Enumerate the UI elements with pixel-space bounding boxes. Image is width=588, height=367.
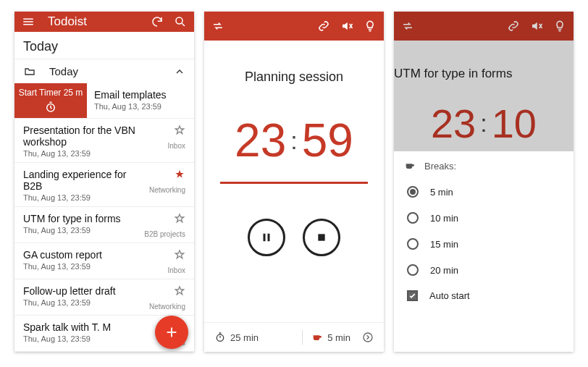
- break-option-label: 5 min: [430, 187, 453, 198]
- task-meta: Thu, Aug 13, 23:59: [23, 298, 143, 307]
- break-option-row[interactable]: 5 min: [404, 179, 563, 205]
- task-right: Networking: [149, 285, 185, 311]
- refresh-icon[interactable]: [151, 15, 164, 28]
- task-title: Presentation for the VBN workshop: [23, 125, 162, 148]
- featured-task-row[interactable]: Start Timer 25 m Email templates Thu, Au…: [14, 83, 194, 119]
- task-right: Inbox: [168, 125, 185, 150]
- menu-icon[interactable]: [22, 15, 35, 28]
- pause-button[interactable]: [248, 219, 285, 256]
- break-option-row[interactable]: 20 min: [404, 257, 563, 283]
- star-outline-icon[interactable]: [174, 249, 185, 263]
- chevron-right-circle-icon[interactable]: [362, 332, 374, 343]
- radio-checked-icon[interactable]: [407, 186, 419, 198]
- auto-start-label: Auto start: [429, 290, 470, 301]
- break-option-row[interactable]: 10 min: [404, 205, 563, 231]
- timer-colon: :: [480, 109, 487, 138]
- breaks-header: Breaks:: [404, 156, 563, 179]
- link-icon[interactable]: [317, 20, 330, 33]
- mute-icon[interactable]: [340, 20, 353, 33]
- break-duration-label: 5 min: [327, 332, 350, 343]
- auto-start-row[interactable]: Auto start: [404, 283, 563, 308]
- progress-bar: [220, 182, 368, 184]
- break-option-row[interactable]: 15 min: [404, 231, 563, 257]
- task-right: B2B projects: [144, 213, 185, 238]
- work-duration-label: 25 min: [230, 332, 259, 343]
- task-left: Follow-up letter draftThu, Aug 13, 23:59: [23, 285, 143, 307]
- task-meta: Thu, Aug 13, 23:59: [23, 149, 162, 158]
- svg-rect-2: [264, 234, 266, 242]
- stop-button[interactable]: [303, 219, 340, 256]
- task-meta: Thu, Aug 13, 23:59: [94, 102, 187, 111]
- timer-seconds: 59: [302, 114, 353, 167]
- folder-label: Today: [49, 65, 78, 77]
- bulb-icon[interactable]: [364, 20, 377, 33]
- task-meta: Thu, Aug 13, 23:59: [23, 193, 143, 202]
- task-left: Spark talk with T. MThu, Aug 13, 23:59: [23, 321, 166, 343]
- task-row[interactable]: GA custom reportThu, Aug 13, 23:59Inbox: [14, 243, 194, 279]
- task-tag: Networking: [149, 303, 185, 311]
- checkbox-checked-icon[interactable]: [407, 290, 418, 301]
- timer-minutes: 23: [431, 100, 476, 147]
- task-row[interactable]: Follow-up letter draftThu, Aug 13, 23:59…: [14, 279, 194, 316]
- svg-rect-4: [318, 234, 324, 240]
- folder-outline-icon: [23, 66, 36, 77]
- task-right: Inbox: [168, 249, 185, 274]
- breaks-panel: Breaks: 5 min10 min15 min20 min Auto sta…: [394, 151, 574, 352]
- stopwatch-icon: [214, 332, 226, 343]
- task-meta: Thu, Aug 13, 23:59: [23, 334, 166, 343]
- radio-icon[interactable]: [407, 238, 419, 250]
- task-title: Spark talk with T. M: [23, 321, 166, 333]
- session-title: Planning session: [204, 69, 384, 85]
- task-left: GA custom reportThu, Aug 13, 23:59: [23, 249, 162, 271]
- start-timer-badge[interactable]: Start Timer 25 m: [14, 83, 87, 118]
- cup-icon: [311, 332, 323, 343]
- link-icon[interactable]: [507, 20, 520, 33]
- star-filled-icon[interactable]: [174, 169, 185, 183]
- star-outline-icon[interactable]: [174, 285, 185, 300]
- break-duration-segment[interactable]: 5 min: [311, 332, 350, 343]
- star-outline-icon[interactable]: [174, 125, 185, 139]
- svg-point-5: [217, 334, 223, 341]
- task-left: Presentation for the VBN workshopThu, Au…: [23, 125, 162, 158]
- appbar: Todoist: [14, 12, 194, 32]
- add-task-fab[interactable]: [155, 316, 188, 349]
- task-row[interactable]: Landing experience for B2BThu, Aug 13, 2…: [14, 163, 194, 207]
- break-options-list: 5 min10 min15 min20 min: [404, 179, 563, 283]
- swap-icon[interactable]: [211, 20, 224, 33]
- task-title: GA custom report: [23, 249, 162, 261]
- break-option-label: 15 min: [430, 239, 458, 250]
- swap-icon[interactable]: [401, 20, 414, 33]
- radio-icon[interactable]: [407, 264, 419, 276]
- app-title: Todoist: [48, 14, 140, 29]
- task-title: UTM for type in forms: [23, 213, 138, 224]
- appbar: [394, 12, 574, 41]
- timer-display: 23 : 59: [204, 114, 384, 167]
- folder-row[interactable]: Today: [14, 59, 194, 83]
- search-icon[interactable]: [174, 15, 187, 28]
- bulb-icon[interactable]: [553, 20, 566, 33]
- session-title: UTM for type in forms: [394, 67, 574, 81]
- featured-task-info: Email templates Thu, Aug 13, 23:59: [87, 83, 194, 118]
- svg-point-6: [364, 333, 372, 342]
- timer-display: 23 : 10: [394, 100, 574, 147]
- timer-controls: [204, 219, 384, 256]
- task-list-screen: Todoist Today Today Start Timer 25 m Ema…: [14, 12, 194, 352]
- chevron-up-icon[interactable]: [174, 66, 185, 77]
- work-duration-segment[interactable]: 25 min: [214, 332, 259, 343]
- radio-icon[interactable]: [407, 212, 419, 224]
- mute-icon[interactable]: [530, 20, 543, 33]
- svg-point-0: [176, 17, 182, 24]
- cup-icon: [404, 160, 416, 172]
- star-outline-icon[interactable]: [174, 213, 185, 227]
- timer-screen-running: Planning session 23 : 59 25 min 5 min: [204, 12, 384, 352]
- timer-screen-breaks: UTM for type in forms 23 : 10 Breaks: 5 …: [394, 12, 574, 352]
- task-row[interactable]: UTM for type in formsThu, Aug 13, 23:59B…: [14, 207, 194, 243]
- timer-minutes: 23: [235, 114, 286, 167]
- appbar: [204, 12, 384, 41]
- task-title: Email templates: [94, 89, 187, 101]
- task-row[interactable]: Presentation for the VBN workshopThu, Au…: [14, 119, 194, 163]
- section-heading: Today: [14, 32, 194, 59]
- task-tag: Inbox: [168, 266, 185, 274]
- task-left: Landing experience for B2BThu, Aug 13, 2…: [23, 169, 143, 202]
- task-tag: Networking: [149, 186, 185, 194]
